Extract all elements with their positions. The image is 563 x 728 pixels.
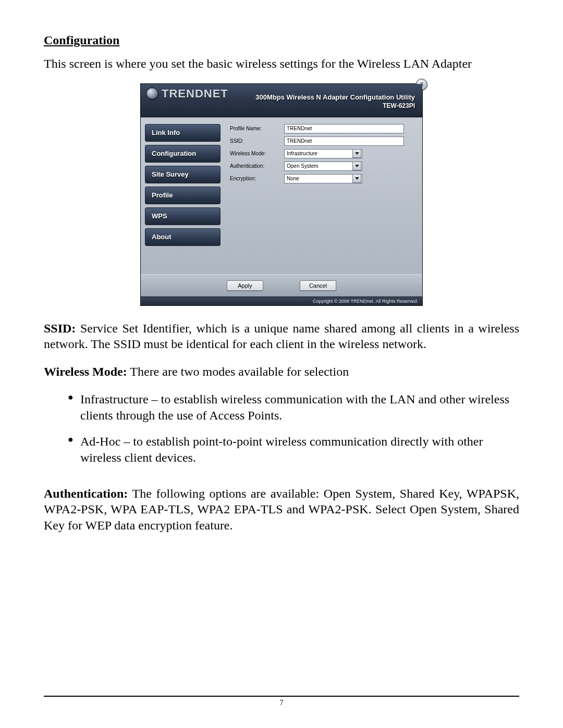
section-heading: Configuration (44, 33, 519, 47)
authentication-label: Authentication: (230, 163, 284, 169)
authentication-select[interactable]: Open System (284, 162, 362, 171)
ssid-paragraph: SSID: Service Set Identifier, which is a… (44, 320, 519, 352)
button-bar: Apply Cancel (141, 274, 422, 297)
window-title: 300Mbps Wireless N Adapter Configutation… (255, 93, 415, 110)
encryption-value: None (287, 176, 299, 181)
nav-wps[interactable]: WPS (145, 207, 221, 225)
ssid-label: SSID: (230, 138, 284, 144)
nav-configuration[interactable]: Configuration (145, 145, 221, 163)
bullet-adhoc: Ad-Hoc – to establish point-to-point wir… (68, 434, 519, 465)
authentication-paragraph: Authentication: The following options ar… (44, 486, 519, 534)
chevron-down-icon (352, 149, 361, 158)
authentication-term: Authentication: (44, 487, 128, 500)
wireless-mode-select[interactable]: Infrastructure (284, 149, 362, 158)
chevron-down-icon (352, 162, 361, 170)
form-pane: Profile Name: SSID: Wireless Mode: Infra… (225, 118, 422, 274)
apply-button[interactable]: Apply (227, 280, 263, 291)
profile-name-label: Profile Name: (230, 126, 284, 131)
chevron-down-icon (352, 174, 361, 183)
wireless-mode-paragraph: Wireless Mode: There are two modes avail… (44, 364, 519, 380)
intro-paragraph: This screen is where you set the basic w… (44, 56, 519, 72)
nav-profile[interactable]: Profile (145, 187, 221, 204)
brand-text: TRENDNET (162, 87, 228, 101)
ssid-term: SSID: (44, 322, 76, 335)
nav-site-survey[interactable]: Site Survey (145, 166, 221, 183)
brand-disc-icon (146, 88, 158, 100)
window-header: TRENDNET 300Mbps Wireless N Adapter Conf… (141, 84, 422, 117)
screenshot-figure: x TRENDNET 300Mbps Wireless N Adapter Co… (44, 83, 519, 306)
window-model: TEW-623PI (255, 102, 415, 110)
encryption-label: Encryption: (230, 176, 284, 181)
sidebar: Link Info Configuration Site Survey Prof… (141, 118, 225, 274)
authentication-value: Open System (287, 163, 319, 169)
encryption-select[interactable]: None (284, 174, 362, 183)
wireless-mode-list: Infrastructure – to establish wireless c… (44, 391, 519, 476)
ssid-input[interactable] (284, 137, 404, 146)
wireless-mode-label: Wireless Mode: (230, 151, 284, 156)
profile-name-input[interactable] (284, 124, 404, 133)
wireless-mode-term: Wireless Mode: (44, 365, 127, 378)
page-footer: 7 (44, 696, 519, 707)
bullet-infrastructure: Infrastructure – to establish wireless c… (68, 391, 519, 423)
nav-link-info[interactable]: Link Info (145, 124, 221, 142)
copyright-bar: Copyright © 2008 TRENDnet. All Rights Re… (141, 297, 422, 305)
wireless-mode-value: Infrastructure (287, 151, 317, 156)
cancel-button[interactable]: Cancel (300, 280, 336, 291)
nav-about[interactable]: About (145, 228, 221, 246)
utility-window: x TRENDNET 300Mbps Wireless N Adapter Co… (140, 83, 423, 306)
page-number: 7 (280, 699, 284, 707)
